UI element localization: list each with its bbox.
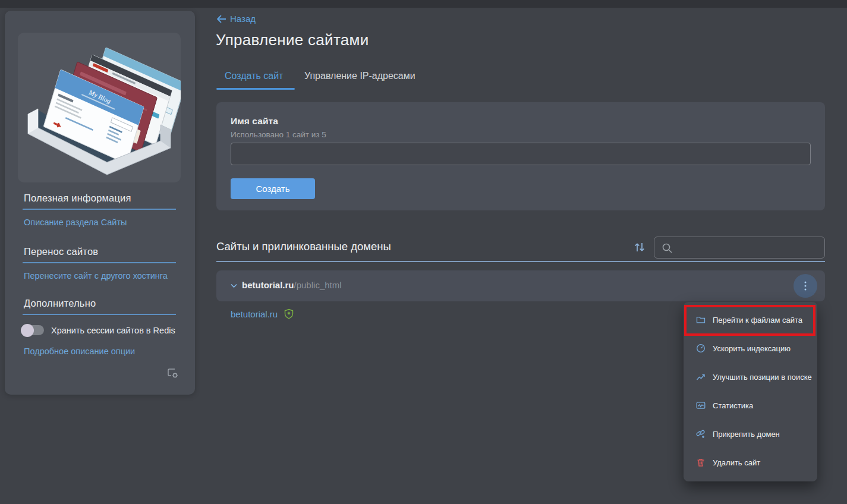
create-button[interactable]: Создать [231,178,315,199]
window-top-edge [0,0,847,8]
back-link[interactable]: Назад [217,14,256,24]
sites-section-title: Сайты и прилинкованные домены [216,240,391,253]
menu-item-label: Улучшить позиции в поиске [713,373,812,382]
linked-domain-row: betutorial.ru [231,308,294,320]
site-actions-button[interactable] [794,274,817,298]
section-divider [216,261,825,262]
display-settings-icon[interactable] [166,367,180,382]
sidebar-link-section-description[interactable]: Описание раздела Сайты [24,218,127,227]
redis-toggle-label: Хранить сессии сайтов в Redis [51,326,175,335]
divider [23,314,176,315]
menu-item-speed-up-indexing[interactable]: Ускорить индексацию [684,334,817,363]
menu-item-statistics[interactable]: Статистика [684,391,817,420]
sidebar-link-transfer-site[interactable]: Перенесите сайт с другого хостинга [24,271,168,281]
annotation-highlight-box [684,305,815,336]
tab-create-site[interactable]: Создать сайт [225,71,283,81]
site-name-input[interactable] [231,143,811,165]
sidebar-link-option-description[interactable]: Подробное описание опции [24,346,135,356]
sidebar-heading-info: Полезная информация [24,193,131,204]
search-icon [662,242,673,254]
menu-item-label: Удалить сайт [713,458,760,467]
speedometer-icon [696,344,706,353]
sidebar-heading-transfer: Перенос сайтов [24,246,98,257]
linked-domain-link[interactable]: betutorial.ru [231,309,278,319]
back-arrow-icon [217,15,226,23]
sort-icon[interactable] [632,240,647,257]
tab-manage-ip[interactable]: Управление IP-адресами [304,71,415,81]
create-site-panel: Имя сайта Использовано 1 сайт из 5 Созда… [216,102,825,210]
menu-item-label: Статистика [713,401,753,410]
sidebar-heading-extra: Дополнительно [24,298,96,309]
sites-illustration: My Blog [18,33,181,182]
toggle-knob [21,324,34,337]
site-domain-text: betutorial.ru [242,280,294,290]
site-name-label: Имя сайта [231,116,278,127]
menu-item-label: Прикрепить домен [713,430,780,439]
ssl-shield-icon [284,308,294,320]
trash-icon [696,458,706,467]
menu-item-attach-domain[interactable]: Прикрепить домен [684,420,817,448]
menu-item-improve-positions[interactable]: Улучшить позиции в поиске [684,363,817,391]
site-name: betutorial.ru/public_html [242,280,342,290]
chevron-down-icon[interactable] [231,284,237,288]
active-tab-underline [216,88,295,90]
redis-toggle[interactable] [23,325,44,335]
link-plus-icon [696,429,706,439]
divider [23,209,176,210]
back-label: Назад [230,14,256,24]
menu-item-label: Ускорить индексацию [713,344,791,353]
trending-up-icon [696,372,706,382]
search-input[interactable] [677,238,820,257]
website-stack-image: My Blog [18,33,181,182]
page-title: Управление сайтами [216,31,369,49]
search-box [654,237,825,259]
menu-item-delete-site[interactable]: Удалить сайт [684,448,817,477]
sidebar: My Blog Полезная информация Описание раз… [5,11,195,395]
redis-toggle-row: Хранить сессии сайтов в Redis [23,325,175,335]
kebab-icon [805,282,807,291]
site-path-text: /public_html [294,280,342,290]
divider [23,262,176,263]
site-row[interactable]: betutorial.ru/public_html [216,270,825,301]
stats-icon [696,401,706,410]
usage-note: Использовано 1 сайт из 5 [231,130,326,139]
